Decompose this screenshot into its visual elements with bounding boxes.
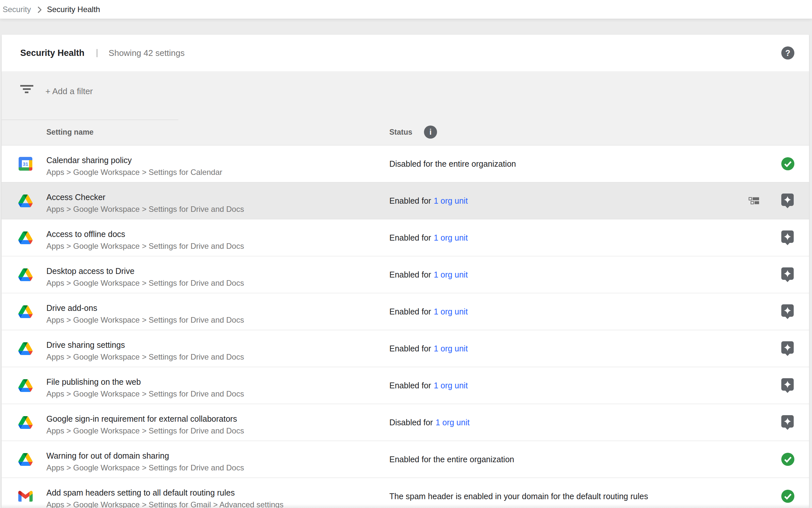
- setting-path: Apps > Google Workspace > Settings for D…: [46, 278, 244, 288]
- setting-path: Apps > Google Workspace > Settings for D…: [46, 315, 244, 325]
- setting-path: Apps > Google Workspace > Settings for C…: [46, 167, 223, 177]
- setting-status: Enabled for1 org unit: [389, 182, 468, 219]
- status-text: Enabled for: [389, 270, 431, 280]
- column-header-setting-name: Setting name: [46, 127, 93, 137]
- breadcrumb-current-page: Security Health: [47, 5, 100, 14]
- gmail-icon: [18, 489, 33, 503]
- setting-path: Apps > Google Workspace > Settings for D…: [46, 241, 244, 251]
- status-text: Disabled for the entire organization: [389, 159, 516, 169]
- add-filter-button[interactable]: + Add a filter: [45, 86, 93, 96]
- org-unit-link[interactable]: 1 org unit: [434, 344, 468, 353]
- setting-row[interactable]: Warning for out of domain sharingApps > …: [2, 441, 809, 478]
- breadcrumb: Security Security Health: [0, 0, 812, 18]
- recommendation-icon[interactable]: [781, 304, 794, 319]
- recommendation-icon[interactable]: [781, 378, 794, 393]
- drive-icon: [18, 452, 33, 466]
- setting-row[interactable]: Access CheckerApps > Google Workspace > …: [2, 182, 809, 219]
- green-check-icon: [781, 157, 794, 170]
- status-info-icon[interactable]: i: [424, 126, 437, 139]
- svg-text:31: 31: [23, 161, 29, 167]
- setting-title: Drive sharing settings: [46, 339, 125, 350]
- green-check-icon: [781, 490, 794, 503]
- setting-row[interactable]: Drive add-onsApps > Google Workspace > S…: [2, 293, 809, 330]
- setting-status: Enabled for1 org unit: [389, 330, 468, 367]
- status-text: The spam header is enabled in your domai…: [389, 492, 648, 501]
- setting-title: Add spam headers setting to all default …: [46, 487, 235, 498]
- setting-path: Apps > Google Workspace > Settings for D…: [46, 426, 244, 436]
- setting-row[interactable]: Access to offline docsApps > Google Work…: [2, 219, 809, 256]
- filter-icon[interactable]: [20, 85, 33, 94]
- setting-path: Apps > Google Workspace > Settings for G…: [46, 500, 284, 508]
- setting-status: Enabled for1 org unit: [389, 219, 468, 256]
- setting-status: Enabled for1 org unit: [389, 367, 468, 404]
- drive-icon: [18, 230, 33, 245]
- setting-title: Access Checker: [46, 192, 105, 203]
- recommendation-icon[interactable]: [781, 415, 794, 430]
- breadcrumb-security-link[interactable]: Security: [3, 5, 31, 14]
- setting-row[interactable]: Google sign-in requirement for external …: [2, 404, 809, 441]
- status-text: Enabled for: [389, 233, 431, 243]
- settings-table: 31Calendar sharing policyApps > Google W…: [2, 145, 809, 508]
- status-text: Enabled for: [389, 307, 431, 316]
- setting-path: Apps > Google Workspace > Settings for D…: [46, 463, 244, 473]
- calendar-icon: 31: [18, 157, 33, 171]
- setting-status: Enabled for the entire organization: [389, 441, 514, 478]
- setting-title: File publishing on the web: [46, 376, 141, 387]
- filter-divider: [2, 120, 178, 120]
- setting-title: Google sign-in requirement for external …: [46, 413, 237, 424]
- setting-status: Disabled for the entire organization: [389, 145, 516, 182]
- setting-title: Access to offline docs: [46, 228, 125, 240]
- help-icon[interactable]: ?: [781, 46, 794, 59]
- title-divider: [97, 49, 97, 57]
- page-title: Security Health: [20, 48, 85, 58]
- recommendation-icon[interactable]: [781, 194, 794, 208]
- setting-title: Drive add-ons: [46, 302, 97, 313]
- recommendation-icon[interactable]: [781, 267, 794, 282]
- org-unit-link[interactable]: 1 org unit: [435, 418, 469, 427]
- setting-path: Apps > Google Workspace > Settings for D…: [46, 204, 244, 214]
- status-text: Enabled for the entire organization: [389, 455, 514, 464]
- recommendation-icon[interactable]: [781, 230, 794, 245]
- setting-title: Warning for out of domain sharing: [46, 450, 169, 461]
- setting-path: Apps > Google Workspace > Settings for D…: [46, 389, 244, 399]
- drive-icon: [18, 378, 33, 393]
- status-text: Enabled for: [389, 344, 431, 353]
- chevron-right-icon: [37, 6, 42, 14]
- org-unit-link[interactable]: 1 org unit: [434, 196, 468, 206]
- org-unit-link[interactable]: 1 org unit: [434, 381, 468, 390]
- drive-icon: [18, 267, 33, 282]
- setting-row[interactable]: Drive sharing settingsApps > Google Work…: [2, 330, 809, 367]
- setting-status: Disabled for1 org unit: [389, 404, 470, 441]
- status-text: Enabled for: [389, 196, 431, 206]
- setting-row[interactable]: File publishing on the webApps > Google …: [2, 367, 809, 404]
- green-check-icon: [781, 453, 794, 466]
- setting-title: Calendar sharing policy: [46, 155, 132, 166]
- drive-icon: [18, 194, 33, 208]
- security-health-screen: Security Security Health Security Health…: [0, 0, 812, 508]
- drive-icon: [18, 415, 33, 429]
- org-unit-link[interactable]: 1 org unit: [434, 307, 468, 316]
- security-health-card: Security Health Showing 42 settings ? + …: [2, 35, 809, 508]
- setting-path: Apps > Google Workspace > Settings for D…: [46, 352, 244, 362]
- recommendation-icon[interactable]: [781, 341, 794, 356]
- settings-count-label: Showing 42 settings: [109, 48, 185, 58]
- setting-title: Desktop access to Drive: [46, 265, 135, 277]
- column-header-status: Status: [389, 127, 412, 137]
- status-text: Disabled for: [389, 418, 433, 427]
- org-unit-link[interactable]: 1 org unit: [434, 270, 468, 280]
- setting-status: Enabled for1 org unit: [389, 256, 468, 293]
- card-header: Security Health Showing 42 settings ?: [2, 35, 809, 71]
- drive-icon: [18, 304, 33, 319]
- org-unit-link[interactable]: 1 org unit: [434, 233, 468, 243]
- org-unit-scope-icon: [749, 197, 759, 206]
- filter-and-table-header: + Add a filter Setting name Status i: [2, 71, 809, 145]
- setting-status: The spam header is enabled in your domai…: [389, 478, 648, 508]
- setting-row[interactable]: 31Calendar sharing policyApps > Google W…: [2, 145, 809, 182]
- drive-icon: [18, 341, 33, 356]
- setting-row[interactable]: Add spam headers setting to all default …: [2, 478, 809, 508]
- setting-row[interactable]: Desktop access to DriveApps > Google Wor…: [2, 256, 809, 293]
- setting-status: Enabled for1 org unit: [389, 293, 468, 330]
- status-text: Enabled for: [389, 381, 431, 390]
